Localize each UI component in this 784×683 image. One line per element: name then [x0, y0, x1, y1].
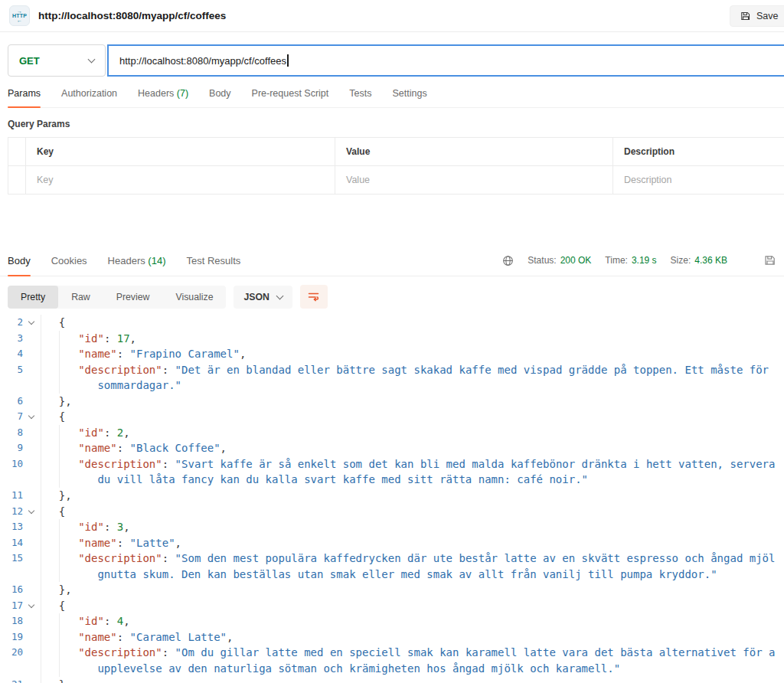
gutter-space [23, 362, 41, 378]
view-preview[interactable]: Preview [103, 286, 163, 309]
url-input[interactable]: http://localhost:8080/myapp/cf/coffees [107, 44, 784, 77]
collapse-chevron-icon[interactable] [23, 504, 41, 520]
code-line: 2 { [0, 315, 784, 331]
code-line: gnutta skum. Den kan beställas utan smak… [0, 567, 784, 583]
collapse-chevron-icon[interactable] [23, 409, 41, 425]
gutter-space [23, 535, 41, 551]
tab-settings[interactable]: Settings [392, 88, 426, 107]
tab-authorization[interactable]: Authorization [61, 88, 117, 107]
code-text: }, [41, 488, 784, 504]
code-text: "name": "Latte", [41, 535, 784, 551]
tab-tests[interactable]: Tests [349, 88, 371, 107]
code-text: upplevelse av den naturliga sötman och k… [41, 661, 784, 677]
code-line: 10 "description": "Svart kaffe är så enk… [0, 456, 784, 472]
gutter-space [23, 629, 41, 645]
tab-cookies[interactable]: Cookies [51, 249, 87, 276]
response-meta: Status: 200 OK Time: 3.19 s Size: 4.36 K… [502, 254, 776, 276]
code-line: 9 "name": "Black Coffee", [0, 440, 784, 456]
line-number: 19 [0, 629, 23, 645]
code-text: "description": "Det är en blandad eller … [41, 362, 784, 378]
response-headers-count: (14) [145, 255, 166, 266]
code-line: 19 "name": "Caramel Latte", [0, 629, 784, 645]
code-text: "id": 2, [41, 425, 784, 441]
globe-icon [502, 255, 514, 266]
floppy-disk-icon [764, 254, 776, 266]
tab-response-headers[interactable]: Headers (14) [108, 249, 166, 276]
code-line: 8 "id": 2, [0, 425, 784, 441]
code-text: { [41, 598, 784, 614]
code-line: 21 }, [0, 677, 784, 683]
key-column-header: Key [26, 138, 335, 166]
gutter-space [23, 377, 41, 394]
wrap-lines-button[interactable] [300, 285, 328, 309]
tab-pre-request-script[interactable]: Pre-request Script [252, 88, 329, 107]
code-line: du vill låta fancy kan du kalla svart ka… [0, 472, 784, 488]
collapse-chevron-icon[interactable] [23, 598, 41, 614]
code-line: sommardagar." [0, 377, 784, 394]
code-text: "id": 17, [41, 331, 784, 347]
code-line: 17 { [0, 598, 784, 614]
method-label: GET [19, 55, 40, 67]
checkbox-column-header [8, 138, 26, 166]
line-number: 4 [0, 346, 23, 362]
view-visualize[interactable]: Visualize [162, 286, 226, 309]
save-button-label: Save [756, 11, 779, 21]
code-line: 4 "name": "Frapino Caramel", [0, 346, 784, 362]
language-select[interactable]: JSON [234, 286, 292, 309]
row-checkbox-cell [8, 166, 26, 194]
line-number [0, 661, 23, 677]
gutter-space [23, 582, 41, 598]
code-line: 11 }, [0, 488, 784, 504]
gutter-space [23, 488, 41, 504]
request-titlebar: → HTTP ← http://localhost:8080/myapp/cf/… [0, 0, 784, 32]
value-input[interactable]: Value [335, 166, 613, 194]
description-input[interactable]: Description [613, 166, 784, 194]
value-column-header: Value [335, 138, 613, 166]
line-number: 12 [0, 504, 23, 520]
tab-test-results[interactable]: Test Results [186, 249, 240, 276]
gutter-space [23, 346, 41, 362]
gutter-space [23, 645, 41, 661]
code-line: 20 "description": "Om du gillar latte me… [0, 645, 784, 661]
code-line: 14 "name": "Latte", [0, 535, 784, 551]
tab-body[interactable]: Body [209, 88, 231, 107]
line-number [0, 377, 23, 394]
code-line: 6 }, [0, 394, 784, 410]
line-number: 3 [0, 331, 23, 347]
code-text: { [41, 504, 784, 520]
gutter-space [23, 440, 41, 456]
view-segmented-control: Pretty Raw Preview Visualize [8, 286, 226, 309]
headers-count: (7) [174, 88, 188, 99]
method-select[interactable]: GET [8, 44, 106, 77]
save-response-button[interactable] [764, 254, 776, 266]
key-input[interactable]: Key [26, 166, 335, 194]
code-line: upplevelse av den naturliga sötman och k… [0, 661, 784, 677]
view-pretty[interactable]: Pretty [8, 286, 58, 309]
code-text: { [41, 409, 784, 425]
tab-headers[interactable]: Headers (7) [138, 88, 188, 107]
code-line: 15 "description": "Som den mest populära… [0, 551, 784, 567]
line-number: 10 [0, 456, 23, 472]
code-text: "id": 4, [41, 613, 784, 629]
line-number [0, 472, 23, 488]
code-text: }, [41, 582, 784, 598]
code-text: gnutta skum. Den kan beställas utan smak… [41, 567, 784, 583]
line-number: 5 [0, 362, 23, 378]
code-text: "description": "Som den mest populära ka… [41, 551, 784, 567]
collapse-chevron-icon[interactable] [23, 315, 41, 331]
save-button[interactable]: Save [730, 5, 784, 27]
response-view-toolbar: Pretty Raw Preview Visualize JSON [8, 285, 784, 309]
description-column-header: Description [613, 138, 784, 166]
http-request-icon: → HTTP ← [9, 5, 30, 26]
view-raw[interactable]: Raw [58, 286, 103, 309]
size-badge: Size: 4.36 KB [671, 255, 727, 266]
line-number: 14 [0, 535, 23, 551]
code-text: "description": "Svart kaffe är så enkelt… [41, 456, 784, 472]
size-value: 4.36 KB [694, 255, 727, 266]
line-number: 18 [0, 613, 23, 629]
code-text: sommardagar." [41, 377, 784, 394]
tab-response-body[interactable]: Body [8, 249, 31, 276]
line-number: 8 [0, 425, 23, 441]
tab-params[interactable]: Params [8, 88, 41, 107]
line-number: 13 [0, 519, 23, 535]
